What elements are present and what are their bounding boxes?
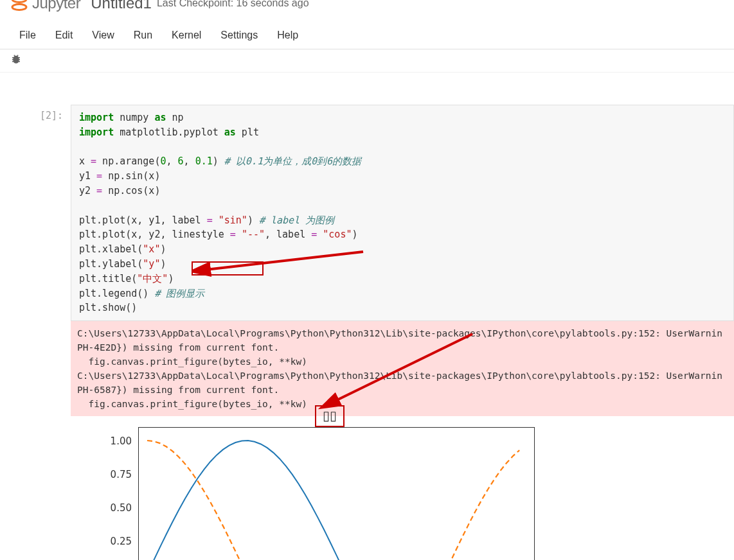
notebook: [2]: import numpy as np import matplotli… bbox=[9, 105, 734, 416]
ytick-0.25: 0.25 bbox=[100, 536, 132, 547]
ytick-0.75: 0.75 bbox=[100, 469, 132, 480]
plot-curves bbox=[138, 427, 535, 560]
menu-run[interactable]: Run bbox=[125, 26, 161, 45]
ytick-1.00: 1.00 bbox=[100, 435, 132, 447]
menubar: File Edit View Run Kernel Settings Help bbox=[0, 22, 734, 49]
menu-settings[interactable]: Settings bbox=[211, 26, 267, 45]
plot-title-missing-glyphs: ▯▯ bbox=[315, 405, 345, 427]
ytick-0.50: 0.50 bbox=[100, 502, 132, 514]
document-title[interactable]: Untitled1 bbox=[91, 0, 152, 12]
debug-icon[interactable] bbox=[10, 53, 22, 68]
menu-view[interactable]: View bbox=[83, 26, 123, 45]
warning-output: C:\Users\12733\AppData\Local\Programs\Py… bbox=[71, 321, 734, 416]
logo-text: Jupyter bbox=[32, 0, 80, 12]
app-header: Jupyter Untitled1 Last Checkpoint: 16 se… bbox=[0, 0, 734, 13]
code-editor[interactable]: import numpy as np import matplotlib.pyp… bbox=[71, 105, 734, 321]
svg-point-0 bbox=[12, 0, 26, 3]
menu-file[interactable]: File bbox=[10, 26, 45, 45]
svg-point-1 bbox=[12, 4, 26, 10]
output-cell: C:\Users\12733\AppData\Local\Programs\Py… bbox=[9, 321, 734, 416]
code-cell[interactable]: [2]: import numpy as np import matplotli… bbox=[9, 105, 734, 321]
menu-help[interactable]: Help bbox=[268, 26, 307, 45]
cell-prompt: [2]: bbox=[9, 105, 71, 321]
menu-kernel[interactable]: Kernel bbox=[163, 26, 210, 45]
checkpoint-label: Last Checkpoint: 16 seconds ago bbox=[157, 0, 309, 9]
logo: Jupyter bbox=[10, 0, 80, 12]
menu-edit[interactable]: Edit bbox=[46, 26, 82, 45]
toolbar bbox=[0, 49, 734, 73]
jupyter-icon bbox=[10, 0, 28, 12]
